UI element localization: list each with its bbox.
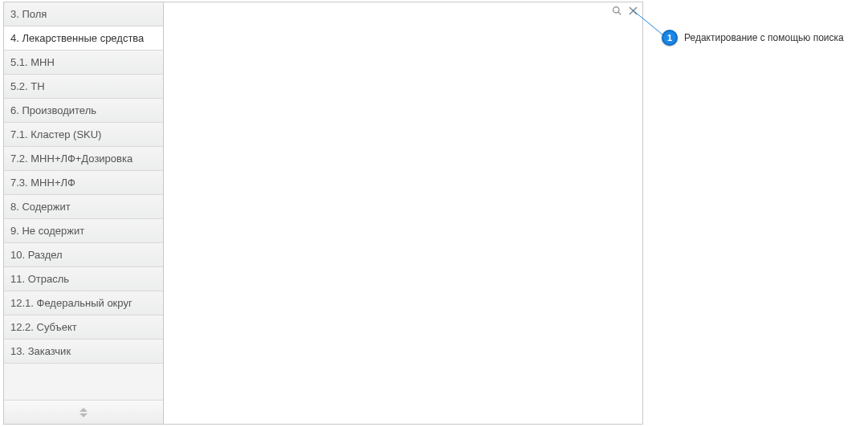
sidebar-item-3-polya[interactable]: 3. Поля	[4, 2, 163, 26]
main-content-panel	[164, 2, 642, 424]
sidebar-item-label: 3. Поля	[10, 8, 47, 20]
sidebar-item-7-2-mnn-lf-dozirovka[interactable]: 7.2. МНН+ЛФ+Дозировка	[4, 147, 163, 171]
svg-line-1	[618, 12, 621, 14]
sidebar-scroll-controls	[4, 400, 163, 424]
sidebar-item-7-1-klaster-sku[interactable]: 7.1. Кластер (SKU)	[4, 123, 163, 147]
sidebar-item-label: 6. Производитель	[10, 104, 96, 116]
sidebar-item-8-soderzhit[interactable]: 8. Содержит	[4, 195, 163, 219]
close-icon	[629, 6, 638, 15]
sidebar-item-label: 5.1. МНН	[10, 56, 55, 68]
sidebar-item-5-1-mnn[interactable]: 5.1. МНН	[4, 51, 163, 75]
sidebar-list: 3. Поля 4. Лекарственные средства 5.1. М…	[4, 2, 163, 400]
scroll-down-icon[interactable]	[79, 413, 88, 417]
sidebar-item-label: 11. Отрасль	[10, 273, 69, 285]
svg-point-0	[613, 6, 618, 12]
callout-badge: 1	[662, 30, 678, 46]
sidebar-item-12-2-subekt[interactable]: 12.2. Субъект	[4, 315, 163, 340]
sidebar-item-label: 13. Заказчик	[10, 345, 71, 357]
sidebar-item-label: 12.1. Федеральный округ	[10, 297, 132, 309]
sidebar-item-12-1-federalny-okrug[interactable]: 12.1. Федеральный округ	[4, 291, 163, 315]
sidebar-item-label: 7.2. МНН+ЛФ+Дозировка	[10, 152, 132, 165]
callout-text: Редактирование с помощью поиска	[684, 32, 844, 43]
sidebar-item-6-proizvoditel[interactable]: 6. Производитель	[4, 99, 163, 123]
callout-number: 1	[667, 33, 672, 43]
sidebar-item-4-lekarstvennye-sredstva[interactable]: 4. Лекарственные средства	[4, 26, 163, 51]
sidebar-item-label: 5.2. ТН	[10, 80, 45, 92]
search-button[interactable]	[610, 4, 623, 17]
sidebar-item-5-2-tn[interactable]: 5.2. ТН	[4, 75, 163, 99]
filter-panel: 3. Поля 4. Лекарственные средства 5.1. М…	[3, 2, 643, 425]
sidebar-item-9-ne-soderzhit[interactable]: 9. Не содержит	[4, 219, 163, 243]
sidebar-item-7-3-mnn-lf[interactable]: 7.3. МНН+ЛФ	[4, 171, 163, 195]
sidebar-item-label: 10. Раздел	[10, 249, 63, 261]
scroll-up-icon[interactable]	[79, 408, 88, 412]
panel-toolbar	[610, 4, 639, 17]
search-icon	[612, 6, 622, 16]
sidebar: 3. Поля 4. Лекарственные средства 5.1. М…	[4, 2, 164, 424]
sidebar-item-label: 4. Лекарственные средства	[10, 32, 144, 44]
sidebar-item-label: 8. Содержит	[10, 201, 71, 213]
sidebar-item-13-zakazchik[interactable]: 13. Заказчик	[4, 340, 163, 364]
close-button[interactable]	[626, 4, 639, 17]
sidebar-item-label: 12.2. Субъект	[10, 321, 77, 333]
sidebar-item-label: 7.3. МНН+ЛФ	[10, 177, 75, 189]
sidebar-item-11-otrasl[interactable]: 11. Отрасль	[4, 267, 163, 291]
sidebar-item-label: 9. Не содержит	[10, 225, 84, 237]
sidebar-item-10-razdel[interactable]: 10. Раздел	[4, 243, 163, 267]
sidebar-item-label: 7.1. Кластер (SKU)	[10, 128, 101, 140]
